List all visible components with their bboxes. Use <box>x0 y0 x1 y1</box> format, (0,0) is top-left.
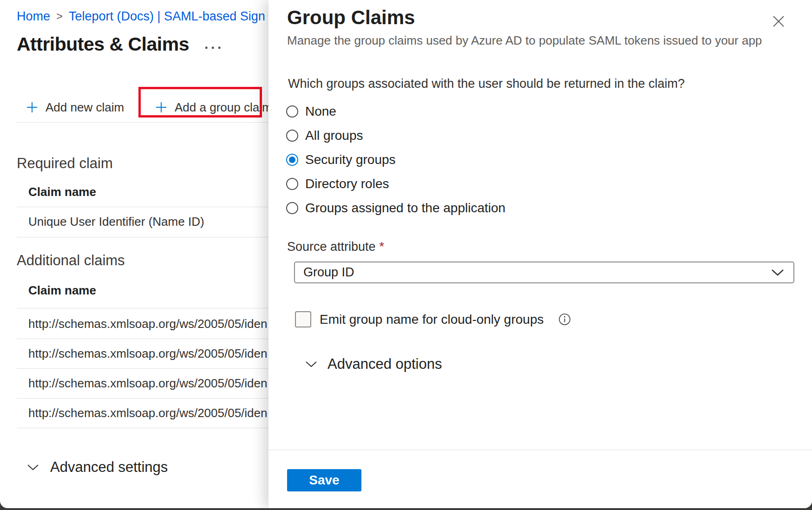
radio-option-none[interactable]: None <box>286 104 336 119</box>
source-attribute-select[interactable]: Group ID <box>294 262 794 283</box>
chevron-down-icon <box>771 269 793 276</box>
radio-option-all-groups[interactable]: All groups <box>286 128 363 144</box>
source-attribute-label: Source attribute* <box>287 240 384 254</box>
info-icon[interactable] <box>558 313 571 326</box>
chevron-down-icon <box>305 361 317 368</box>
divider <box>17 398 268 399</box>
divider <box>17 122 268 123</box>
radio-label: Directory roles <box>305 177 389 191</box>
emit-group-name-label: Emit group name for cloud-only groups <box>320 312 544 327</box>
panel-subtitle: Manage the group claims used by Azure AD… <box>287 33 762 48</box>
divider <box>17 428 268 428</box>
divider <box>17 339 268 339</box>
breadcrumb: Home>Teleport (Docs) | SAML-based Sign <box>17 8 265 24</box>
panel-title: Group Claims <box>287 7 415 29</box>
plus-icon <box>26 101 39 114</box>
claim-row[interactable]: http://schemas.xmlsoap.org/ws/2005/05/id… <box>28 317 268 331</box>
additional-claims-column-header: Claim name <box>28 283 96 298</box>
chevron-down-icon <box>27 464 39 471</box>
radio-icon <box>286 105 298 118</box>
radio-selected-icon <box>286 154 298 166</box>
emit-group-name-row: Emit group name for cloud-only groups <box>295 311 571 327</box>
radio-label: All groups <box>305 128 363 143</box>
claim-row[interactable]: http://schemas.xmlsoap.org/ws/2005/05/id… <box>28 406 268 420</box>
radio-icon <box>286 202 298 214</box>
radio-label: Security groups <box>305 152 396 167</box>
app-window: Home>Teleport (Docs) | SAML-based Sign A… <box>0 0 812 508</box>
close-panel-button[interactable] <box>768 11 789 32</box>
chevron-right-icon: > <box>50 10 69 22</box>
radio-icon <box>286 178 298 190</box>
required-claim-column-header: Claim name <box>28 185 96 199</box>
radio-icon <box>286 130 298 142</box>
add-new-claim-button[interactable]: Add new claim <box>26 99 124 115</box>
group-claims-panel: Group Claims Manage the group claims use… <box>268 0 812 508</box>
advanced-options-expander[interactable]: Advanced options <box>305 356 442 373</box>
source-attribute-value: Group ID <box>295 265 771 280</box>
page-title: Attributes & Claims <box>17 33 189 55</box>
required-claim-row[interactable]: Unique User Identifier (Name ID) <box>28 215 268 229</box>
divider <box>17 368 268 369</box>
radio-option-groups-assigned[interactable]: Groups assigned to the application <box>286 200 505 216</box>
radio-label: None <box>305 104 336 119</box>
add-new-claim-label: Add new claim <box>46 100 124 115</box>
emit-group-name-checkbox[interactable] <box>295 311 311 327</box>
required-claim-heading: Required claim <box>17 155 113 172</box>
close-icon <box>772 15 785 28</box>
radio-option-directory-roles[interactable]: Directory roles <box>286 176 389 192</box>
group-claims-question: Which groups associated with the user sh… <box>288 77 685 91</box>
advanced-settings-label: Advanced settings <box>50 459 168 476</box>
required-marker: * <box>376 240 385 254</box>
advanced-settings-expander[interactable]: Advanced settings <box>27 459 168 476</box>
breadcrumb-current-link[interactable]: Teleport (Docs) | SAML-based Sign <box>69 9 265 23</box>
advanced-options-label: Advanced options <box>327 356 442 373</box>
ellipsis-icon[interactable]: ··· <box>204 40 224 56</box>
claim-row[interactable]: http://schemas.xmlsoap.org/ws/2005/05/id… <box>28 376 268 391</box>
claim-row[interactable]: http://schemas.xmlsoap.org/ws/2005/05/id… <box>28 347 268 361</box>
divider <box>17 207 268 207</box>
radio-option-security-groups[interactable]: Security groups <box>286 152 396 168</box>
breadcrumb-home-link[interactable]: Home <box>17 9 50 23</box>
footer-divider <box>268 450 812 450</box>
additional-claims-heading: Additional claims <box>17 252 125 269</box>
red-highlight-annotation <box>138 87 262 118</box>
divider <box>17 237 268 237</box>
divider <box>17 308 268 308</box>
radio-label: Groups assigned to the application <box>305 201 505 216</box>
save-button[interactable]: Save <box>287 469 361 491</box>
